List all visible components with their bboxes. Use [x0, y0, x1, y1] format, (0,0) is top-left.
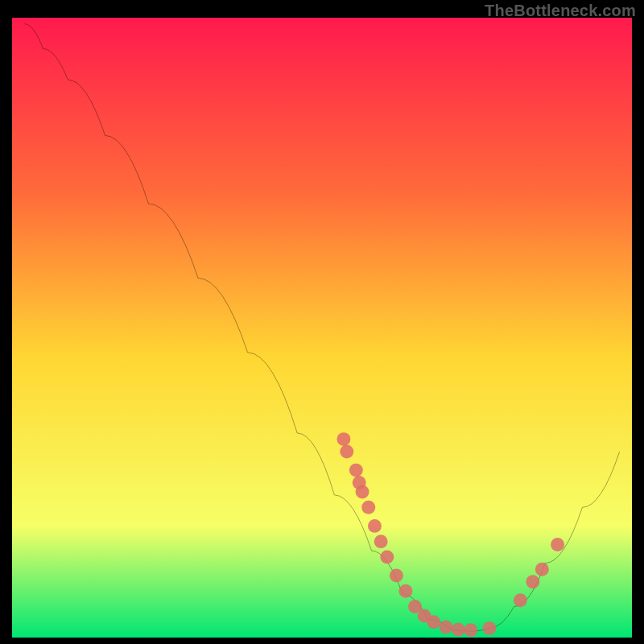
marker-dot	[368, 519, 382, 533]
marker-dot	[356, 485, 369, 499]
marker-dot	[452, 623, 465, 637]
marker-dot	[526, 575, 539, 588]
marker-dot	[390, 569, 403, 583]
marker-dot	[361, 501, 375, 514]
marker-dot	[380, 550, 394, 564]
marker-dot	[514, 593, 527, 607]
marker-dot	[427, 615, 440, 629]
marker-dot	[336, 432, 350, 446]
marker-dot	[374, 535, 388, 548]
gradient-background	[12, 18, 632, 638]
marker-dot	[349, 464, 363, 477]
chart-wrapper: TheBottleneck.com	[0, 0, 644, 644]
marker-dot	[535, 563, 549, 576]
marker-dot	[440, 620, 453, 634]
watermark-text: TheBottleneck.com	[485, 2, 636, 20]
chart-svg	[12, 18, 632, 638]
marker-dot	[398, 584, 412, 598]
marker-dot	[551, 538, 564, 551]
marker-dot	[340, 445, 353, 459]
marker-dot	[482, 621, 496, 635]
marker-dot	[464, 623, 477, 637]
